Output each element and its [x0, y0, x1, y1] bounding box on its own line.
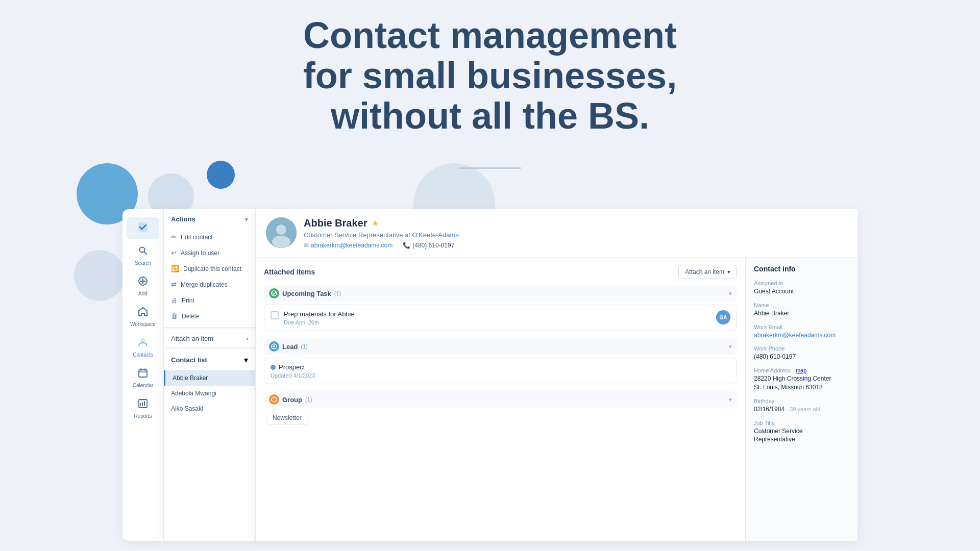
assigned-value: Guest Account	[754, 287, 849, 296]
sidebar-item-add[interactable]: Add	[127, 272, 159, 300]
home-address-value: 28220 High Crossing CenterSt. Louis, Mis…	[754, 374, 849, 392]
edit-icon: ✏	[171, 233, 177, 241]
sidebar-item-reports[interactable]: Reports	[127, 394, 159, 423]
task-group: Upcoming Task (1) ▾ Prep materials for A…	[264, 285, 737, 331]
action-duplicate[interactable]: 🔁 Duplicate this contact	[164, 261, 255, 277]
avatar	[266, 217, 297, 248]
search-icon	[138, 245, 148, 258]
star-icon[interactable]: ★	[372, 218, 379, 228]
sidebar-item-home[interactable]	[127, 217, 159, 239]
birthday-value: 02/16/1984 - 39 years old	[754, 405, 849, 414]
attach-item-button-label: Attach an item	[685, 268, 724, 276]
attach-item-button[interactable]: Attach an item ▾	[678, 265, 737, 279]
sidebar-add-label: Add	[138, 291, 148, 296]
sidebar-item-contacts[interactable]: Contacts	[127, 333, 159, 362]
task-checkbox[interactable]	[271, 311, 279, 319]
job-title-value: Customer ServiceRepresentative	[754, 427, 849, 444]
sidebar-item-search[interactable]: Search	[127, 241, 159, 270]
actions-header[interactable]: Actions ▾	[164, 209, 255, 229]
sidebar-reports-label: Reports	[134, 413, 152, 419]
contact-list-item-abbie[interactable]: Abbie Braker	[164, 370, 255, 386]
action-edit[interactable]: ✏ Edit contact	[164, 229, 255, 245]
sidebar-item-workspace[interactable]: Workspace	[127, 303, 159, 331]
action-delete-label: Delete	[182, 313, 200, 320]
contact-name-abbie: Abbie Braker	[173, 374, 208, 382]
home-checkmark-icon	[137, 221, 149, 235]
svg-marker-22	[272, 397, 277, 402]
lead-updated: Updated 4/1/2023	[271, 372, 730, 379]
contact-title-company: Customer Service Representative at O'Kee…	[304, 231, 847, 239]
work-email-value[interactable]: abrakerkm@keefeadams.com	[754, 331, 849, 340]
contact-info-panel: Contact info Assigned to Guest Account N…	[745, 258, 857, 541]
group-group-header[interactable]: Group (1) ▾	[264, 391, 737, 408]
task-group-header[interactable]: Upcoming Task (1) ▾	[264, 285, 737, 302]
sidebar-contacts-label: Contacts	[133, 352, 153, 358]
phone-icon: 📞	[403, 242, 410, 249]
assign-icon: ↩	[171, 249, 177, 257]
contact-list-chevron-icon: ▾	[244, 355, 248, 365]
merge-icon: ⇄	[171, 281, 177, 288]
items-list-title: Attached items	[264, 268, 315, 276]
main-content: Abbie Braker ★ Customer Service Represen…	[255, 209, 857, 541]
lead-group-chevron-icon: ▾	[729, 343, 732, 350]
action-assign[interactable]: ↩ Assign to user	[164, 245, 255, 261]
contact-list-item-aiko[interactable]: Aiko Sasaki	[164, 401, 255, 416]
duplicate-icon: 🔁	[171, 265, 179, 272]
task-group-chevron-icon: ▾	[729, 290, 732, 297]
work-phone-value: (480) 610-0197	[754, 353, 849, 361]
sidebar-item-calendar[interactable]: Calendar	[127, 364, 159, 392]
action-merge-label: Merge duplicates	[181, 281, 227, 288]
contact-phone: (480) 610-0197	[412, 242, 454, 249]
contact-name-row: Abbie Braker ★	[304, 217, 847, 229]
task-group-label: Upcoming Task	[282, 290, 331, 297]
group-type-icon	[269, 394, 279, 405]
attach-item-row[interactable]: Attach an item ›	[164, 330, 255, 348]
actions-chevron-icon: ▾	[245, 216, 248, 223]
action-duplicate-label: Duplicate this contact	[183, 265, 241, 272]
reports-icon	[138, 398, 148, 411]
action-delete[interactable]: 🗑 Delete	[164, 308, 255, 324]
print-icon: 🖨	[171, 296, 178, 304]
lead-status-dot	[271, 365, 276, 370]
action-merge[interactable]: ⇄ Merge duplicates	[164, 277, 255, 292]
contact-name-adebola: Adebola Mwangi	[171, 390, 216, 397]
contact-list-title: Contact list	[171, 356, 207, 364]
contact-name-aiko: Aiko Sasaki	[171, 405, 203, 412]
contacts-icon	[138, 337, 148, 350]
svg-line-3	[144, 252, 147, 255]
group-item-newsletter: Newsletter	[266, 411, 308, 425]
assigned-label: Assigned to	[754, 280, 849, 286]
contact-list-item-adebola[interactable]: Adebola Mwangi	[164, 386, 255, 401]
hero-title-line2: for small businesses,	[303, 55, 677, 96]
task-group-icon	[269, 288, 279, 298]
lead-group-header[interactable]: Lead (1) ▾	[264, 338, 737, 355]
map-link[interactable]: map	[796, 367, 806, 373]
attach-item-label: Attach an item	[171, 335, 213, 342]
info-field-job-title: Job Title Customer ServiceRepresentative	[754, 420, 849, 444]
company-link[interactable]: O'Keefe-Adams	[412, 231, 458, 239]
hero-title-line3: without all the BS.	[331, 95, 649, 136]
sidebar-search-label: Search	[135, 260, 151, 266]
svg-point-7	[141, 339, 145, 343]
task-due: Due April 26th	[284, 319, 711, 325]
contact-list-header[interactable]: Contact list ▾	[164, 350, 255, 370]
calendar-icon	[138, 368, 148, 381]
work-email-label: Work Email	[754, 324, 849, 330]
attach-item-button-chevron-icon: ▾	[727, 268, 730, 276]
workspace-icon	[138, 307, 148, 319]
sidebar: Search Add Workspace	[122, 209, 163, 541]
action-print[interactable]: 🖨 Print	[164, 292, 255, 308]
contact-info-header: Abbie Braker ★ Customer Service Represen…	[304, 217, 847, 249]
info-field-name: Name Abbie Braker	[754, 302, 849, 318]
name-label: Name	[754, 302, 849, 308]
contact-job-title: Customer Service Representative at	[304, 231, 412, 239]
lead-item: Prospect Updated 4/1/2023	[264, 358, 737, 384]
task-avatar: GA	[716, 310, 730, 324]
info-field-birthday: Birthday 02/16/1984 - 39 years old	[754, 398, 849, 414]
task-content: Prep materials for Abbie Due April 26th	[284, 310, 711, 325]
contact-email[interactable]: abrakerkm@keefeadams.com	[311, 242, 393, 249]
group-group: Group (1) ▾ Newsletter	[264, 391, 737, 425]
work-phone-label: Work Phone	[754, 345, 849, 352]
lead-group-count: (1)	[301, 343, 307, 349]
action-assign-label: Assign to user	[181, 249, 219, 257]
